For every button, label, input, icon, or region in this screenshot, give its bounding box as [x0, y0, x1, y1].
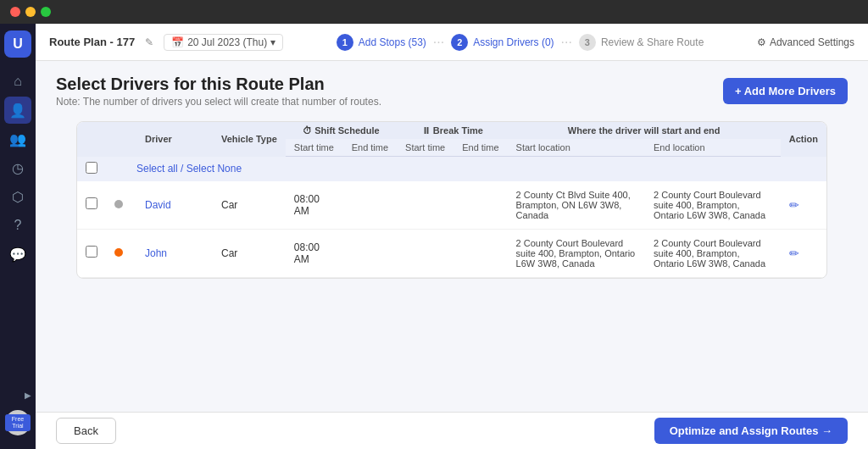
step-2[interactable]: 2 Assign Drivers (0): [451, 34, 554, 51]
edit-route-icon[interactable]: ✎: [145, 36, 153, 48]
th-checkbox: [77, 122, 106, 157]
traffic-light-yellow[interactable]: [25, 7, 36, 17]
sidebar-item-help[interactable]: ?: [4, 212, 31, 239]
table-wrapper: Driver Vehicle Type ⏱ Shift Schedule ⏸ B…: [36, 114, 868, 412]
td-select-dot: [106, 157, 136, 181]
edit-row-2-button[interactable]: ✏: [789, 247, 799, 260]
step-dash-1: ···: [433, 35, 444, 50]
td-start-loc-1: 2 County Ct Blvd Suite 400, Brampton, ON…: [508, 181, 645, 230]
th-shift-end: End time: [343, 139, 397, 157]
th-start-location: Start location: [508, 139, 645, 157]
drivers-table: Driver Vehicle Type ⏱ Shift Schedule ⏸ B…: [77, 122, 826, 278]
optimize-button[interactable]: Optimize and Assign Routes →: [654, 418, 848, 444]
bottom-bar: Back Optimize and Assign Routes →: [36, 412, 868, 449]
td-break-start-2: [397, 229, 453, 277]
row-1-checkbox[interactable]: [86, 197, 97, 209]
page-header: Select Drivers for this Route Plan Note:…: [36, 61, 868, 114]
th-break-start: Start time: [397, 139, 453, 157]
td-name-1[interactable]: David: [136, 181, 213, 230]
traffic-light-green[interactable]: [41, 7, 51, 17]
sidebar-media-icons: ▶: [0, 386, 36, 403]
gear-icon: ⚙: [757, 36, 766, 48]
edit-row-1-button[interactable]: ✏: [789, 198, 799, 212]
traffic-light-red[interactable]: [10, 7, 20, 17]
add-more-drivers-button[interactable]: + Add More Drivers: [723, 78, 848, 104]
th-end-location: End location: [645, 139, 781, 157]
sidebar-item-clock[interactable]: ◷: [4, 154, 31, 181]
sidebar-item-users[interactable]: 👥: [4, 125, 31, 152]
driver-name-2: John: [145, 247, 167, 259]
back-button[interactable]: Back: [56, 418, 116, 444]
td-break-end-1: [453, 181, 507, 230]
th-location: Where the driver will start and end: [508, 122, 781, 139]
table-body: David Car 08:00 AM 2 County Ct Blvd Suit…: [77, 181, 826, 278]
table-header-row-1: Driver Vehicle Type ⏱ Shift Schedule ⏸ B…: [77, 122, 826, 139]
nav-steps: 1 Add Stops (53) ··· 2 Assign Drivers (0…: [293, 34, 747, 51]
apple-icon[interactable]: [0, 386, 16, 403]
sidebar-logo[interactable]: U: [4, 30, 31, 58]
td-name-2[interactable]: John: [136, 229, 213, 277]
advanced-settings-label: Advanced Settings: [770, 36, 854, 48]
advanced-settings[interactable]: ⚙ Advanced Settings: [757, 36, 854, 48]
free-trial-badge: Free Trial: [5, 414, 31, 432]
th-shift-schedule: ⏱ Shift Schedule: [286, 122, 397, 139]
date-badge[interactable]: 📅 20 Jul 2023 (Thu) ▾: [164, 34, 283, 51]
play-icon[interactable]: ▶: [19, 386, 36, 403]
step-1-label: Add Stops (53): [359, 36, 426, 48]
title-bar: [0, 0, 868, 24]
step-1[interactable]: 1 Add Stops (53): [337, 34, 426, 51]
table-row: David Car 08:00 AM 2 County Ct Blvd Suit…: [77, 181, 826, 230]
td-shift-start-1: 08:00 AM: [286, 181, 343, 230]
table-container: Driver Vehicle Type ⏱ Shift Schedule ⏸ B…: [76, 121, 827, 279]
th-vehicle: Vehicle Type: [213, 122, 286, 157]
th-action: Action: [781, 122, 826, 157]
row-1-dot: [114, 200, 123, 208]
table-select-row: Select all / Select None: [77, 157, 826, 181]
step-3[interactable]: 3 Review & Share Route: [579, 34, 704, 51]
step-2-label: Assign Drivers (0): [473, 36, 554, 48]
row-2-checkbox[interactable]: [86, 246, 97, 258]
main-content: Route Plan - 177 ✎ 📅 20 Jul 2023 (Thu) ▾…: [36, 24, 868, 449]
avatar[interactable]: Free Trial: [5, 410, 31, 435]
td-select-checkbox[interactable]: [77, 157, 106, 181]
td-shift-start-2: 08:00 AM: [286, 229, 343, 277]
sidebar-item-home[interactable]: ⌂: [4, 68, 31, 95]
step-3-label: Review & Share Route: [601, 36, 704, 48]
th-dot: [106, 122, 136, 157]
date-dropdown-icon[interactable]: ▾: [270, 36, 275, 48]
select-all-checkbox[interactable]: [86, 162, 97, 174]
sidebar: U ⌂ 👤 👥 ◷ ⬡ ? 💬 ▶ Free Trial: [0, 24, 36, 449]
sidebar-bottom: ▶ Free Trial: [0, 386, 36, 442]
td-end-loc-2: 2 County Court Boulevard suite 400, Bram…: [645, 229, 781, 277]
sidebar-item-map[interactable]: ⬡: [4, 183, 31, 210]
td-break-start-1: [397, 181, 453, 230]
step-2-circle: 2: [451, 34, 468, 51]
th-break-end: End time: [453, 139, 507, 157]
calendar-icon: 📅: [171, 36, 184, 48]
sidebar-item-chat[interactable]: 💬: [4, 241, 31, 268]
th-break-time: ⏸ Break Time: [397, 122, 508, 139]
td-check-1[interactable]: [77, 181, 106, 230]
th-driver: Driver: [136, 122, 213, 157]
td-shift-end-1: [343, 181, 397, 230]
td-shift-end-2: [343, 229, 397, 277]
table-row: John Car 08:00 AM 2 County Court Bouleva…: [77, 229, 826, 277]
page-header-text: Select Drivers for this Route Plan Note:…: [56, 75, 381, 108]
driver-name-1: David: [145, 199, 171, 211]
td-select-all-label[interactable]: Select all / Select None: [136, 157, 826, 181]
td-break-end-2: [453, 229, 507, 277]
td-dot-1: [106, 181, 136, 230]
td-end-loc-1: 2 County Court Boulevard suite 400, Bram…: [645, 181, 781, 230]
td-action-2[interactable]: ✏: [781, 229, 826, 277]
sidebar-item-drivers[interactable]: 👤: [4, 97, 31, 124]
step-1-circle: 1: [337, 34, 353, 51]
td-dot-2: [106, 229, 136, 277]
top-nav: Route Plan - 177 ✎ 📅 20 Jul 2023 (Thu) ▾…: [36, 24, 868, 61]
td-action-1[interactable]: ✏: [781, 181, 826, 230]
page-title: Select Drivers for this Route Plan: [56, 75, 381, 94]
app-container: U ⌂ 👤 👥 ◷ ⬡ ? 💬 ▶ Free Trial Route Plan …: [0, 24, 868, 449]
td-check-2[interactable]: [77, 229, 106, 277]
route-plan-title: Route Plan - 177: [49, 36, 135, 48]
sidebar-icons-group: ⌂ 👤 👥 ◷ ⬡ ? 💬: [4, 68, 31, 268]
td-vehicle-2: Car: [213, 229, 286, 277]
